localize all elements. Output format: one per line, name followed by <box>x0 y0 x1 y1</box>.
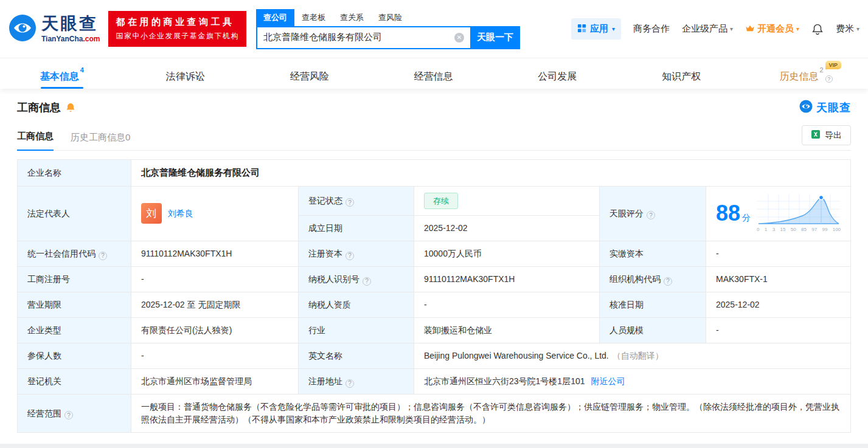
auto-translate-note: （自动翻译） <box>613 351 664 360</box>
banner-line2: 国家中小企业发展子基金旗下机构 <box>116 31 239 41</box>
vip-tag: VIP <box>825 61 842 69</box>
subtab-business-info[interactable]: 工商信息 <box>17 131 54 151</box>
field-label: 经营范围 <box>18 395 131 433</box>
reg-no-value: - <box>131 267 299 292</box>
subscribe-bell-icon[interactable] <box>66 103 75 112</box>
help-icon[interactable] <box>99 252 107 260</box>
section-brand-logo[interactable]: 天眼查 <box>799 100 851 115</box>
search-area: 查公司 查老板 查关系 查风险 天眼一下 <box>256 9 520 49</box>
table-row: 企业类型 有限责任公司(法人独资) 行业 装卸搬运和仓储业 人员规模 - <box>18 318 851 343</box>
help-icon[interactable] <box>825 75 833 83</box>
subtab-history-business-info[interactable]: 历史工商信息0 <box>71 132 130 151</box>
legal-rep-avatar[interactable]: 刘 <box>141 203 162 224</box>
reg-status-cell: 存续 <box>414 186 600 216</box>
search-tab-boss[interactable]: 查老板 <box>294 9 333 26</box>
field-label: 参保人数 <box>18 343 131 369</box>
tab-label: 历史信息 <box>780 71 819 81</box>
business-info-table: 企业名称 北京普隆维仓储服务有限公司 法定代表人 刘 刘希良 登记状态 存续 天… <box>17 159 851 433</box>
field-label: 营业期限 <box>18 292 131 318</box>
staff-size-value: - <box>706 318 851 343</box>
table-row: 参保人数 - 英文名称 Beijing Pulongwei Warehousin… <box>18 343 851 369</box>
menu-enterprise-products[interactable]: 企业级产品▾ <box>682 23 733 35</box>
nearby-companies-link[interactable]: 附近公司 <box>591 376 625 386</box>
business-info-section: 工商信息 天眼查 工商信息 历史工商信息0 导出 <box>0 89 868 444</box>
score-cell: 88分 <box>706 186 851 241</box>
top-header: 天眼查 TianYanCha.com 都在用的商业查询工具 国家中小企业发展子基… <box>0 0 868 58</box>
help-icon[interactable] <box>64 411 73 419</box>
apps-label: 应用 <box>590 23 608 35</box>
section-title: 工商信息 <box>17 100 61 115</box>
search-tab-relation[interactable]: 查关系 <box>333 9 371 26</box>
clear-search-icon[interactable] <box>454 33 464 43</box>
field-label: 登记机关 <box>18 369 131 395</box>
cooperation-label: 商务合作 <box>633 23 670 35</box>
eye-logo-icon <box>799 100 813 115</box>
export-label: 导出 <box>825 130 842 141</box>
logo-domain: TianYanCha.com <box>41 35 100 43</box>
tab-label: 法律诉讼 <box>166 71 205 81</box>
tab-operation-risk[interactable]: 经营风险 <box>248 58 372 89</box>
table-row: 登记机关 北京市通州区市场监督管理局 注册地址 北京市通州区恒业六街23号院1号… <box>18 369 851 395</box>
help-icon[interactable] <box>345 198 354 207</box>
tab-company-development[interactable]: 公司发展 <box>496 58 620 89</box>
chevron-down-icon: ▾ <box>612 26 615 32</box>
credit-code-value: 91110112MAK30FTX1H <box>131 241 299 267</box>
help-icon[interactable] <box>345 379 354 388</box>
tab-operation-info[interactable]: 经营信息 <box>372 58 496 89</box>
tab-intellectual-property[interactable]: 知识产权 <box>620 58 744 89</box>
business-term-value: 2025-12-02 至 无固定期限 <box>131 292 299 318</box>
apps-grid-icon <box>577 24 586 35</box>
tab-label: 知识产权 <box>662 71 701 81</box>
field-label: 法定代表人 <box>18 186 131 241</box>
field-label: 实缴资本 <box>600 241 706 267</box>
field-label: 成立日期 <box>299 216 414 241</box>
search-tab-risk[interactable]: 查风险 <box>371 9 409 26</box>
field-label: 天眼评分 <box>600 186 706 241</box>
notification-bell-icon[interactable] <box>811 23 824 35</box>
legal-rep-cell: 刘 刘希良 <box>131 186 299 241</box>
company-name-value: 北京普隆维仓储服务有限公司 <box>131 160 851 187</box>
tab-legal-proceedings[interactable]: 法律诉讼 <box>124 58 248 89</box>
help-icon[interactable] <box>664 277 672 286</box>
reg-capital-value: 10000万人民币 <box>414 241 600 267</box>
business-scope-value: 一般项目：普通货物仓储服务（不含危险化学品等需许可审批的项目）；信息咨询服务（不… <box>131 395 851 433</box>
legal-rep-link[interactable]: 刘希良 <box>168 207 193 220</box>
field-label: 登记状态 <box>299 186 414 216</box>
taxpayer-id-value: 91110112MAK30FTX1H <box>414 267 600 292</box>
help-icon[interactable] <box>363 277 371 286</box>
table-row: 统一社会信用代码 91110112MAK30FTX1H 注册资本 10000万人… <box>18 241 851 267</box>
field-label: 核准日期 <box>600 292 706 318</box>
company-nav-tabs: 基本信息4 法律诉讼 经营风险 经营信息 公司发展 知识产权 VIP 历史信息2 <box>0 58 868 89</box>
user-name: 费米 <box>836 23 854 35</box>
chevron-down-icon: ▾ <box>730 26 733 32</box>
promo-banner: 都在用的商业查询工具 国家中小企业发展子基金旗下机构 <box>108 11 246 47</box>
search-button[interactable]: 天眼一下 <box>470 26 520 49</box>
table-row: 营业期限 2025-12-02 至 无固定期限 纳税人资质 - 核准日期 202… <box>18 292 851 318</box>
excel-icon <box>811 129 821 141</box>
menu-cooperation[interactable]: 商务合作 <box>633 23 670 35</box>
field-label: 注册地址 <box>299 369 414 395</box>
tianyancha-logo[interactable]: 天眼查 TianYanCha.com <box>9 14 100 44</box>
status-badge: 存续 <box>424 193 458 210</box>
section-header: 工商信息 天眼查 <box>17 100 851 115</box>
search-input[interactable] <box>256 26 470 49</box>
search-tab-company[interactable]: 查公司 <box>256 9 294 26</box>
chevron-down-icon: ▾ <box>796 26 799 32</box>
vip-label: 开通会员 <box>757 23 794 35</box>
menu-open-vip[interactable]: 开通会员 ▾ <box>745 23 799 35</box>
enterprise-label: 企业级产品 <box>682 23 727 35</box>
section-brand-name: 天眼查 <box>816 100 851 115</box>
field-label: 企业名称 <box>18 160 131 187</box>
tab-basic-info[interactable]: 基本信息4 <box>0 58 124 89</box>
crown-icon <box>745 24 755 34</box>
company-type-value: 有限责任公司(法人独资) <box>131 318 299 343</box>
field-label: 组织机构代码 <box>600 267 706 292</box>
help-icon[interactable] <box>345 252 354 260</box>
apps-menu[interactable]: 应用 ▾ <box>571 18 621 40</box>
tab-history-info[interactable]: VIP 历史信息2 <box>744 58 868 89</box>
help-icon[interactable] <box>647 211 655 219</box>
score-chart: 0131550859799100 <box>757 194 841 233</box>
user-menu[interactable]: 费米▾ <box>836 23 859 35</box>
insured-count-value: - <box>131 343 299 369</box>
export-button[interactable]: 导出 <box>802 125 851 145</box>
